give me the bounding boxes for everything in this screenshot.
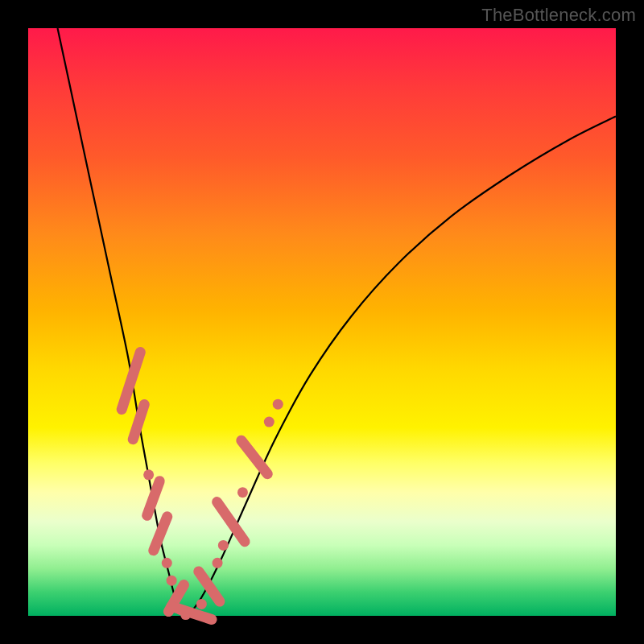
curve-layer	[58, 28, 617, 616]
marker-dot	[196, 599, 207, 609]
watermark-text: TheBottleneck.com	[481, 5, 636, 26]
marker-layer	[115, 345, 283, 625]
marker-pill	[234, 433, 275, 481]
marker-dot	[237, 487, 248, 497]
marker-dot	[167, 576, 177, 586]
marker-dot	[264, 417, 275, 427]
marker-dot	[162, 558, 172, 568]
marker-dot	[213, 558, 223, 568]
marker-pill	[126, 398, 151, 446]
chart-svg	[28, 28, 616, 616]
plot-area	[28, 28, 616, 616]
marker-dot	[218, 540, 229, 551]
chart-container: TheBottleneck.com	[0, 0, 644, 644]
marker-dot	[273, 399, 283, 410]
marker-dot	[143, 469, 154, 480]
